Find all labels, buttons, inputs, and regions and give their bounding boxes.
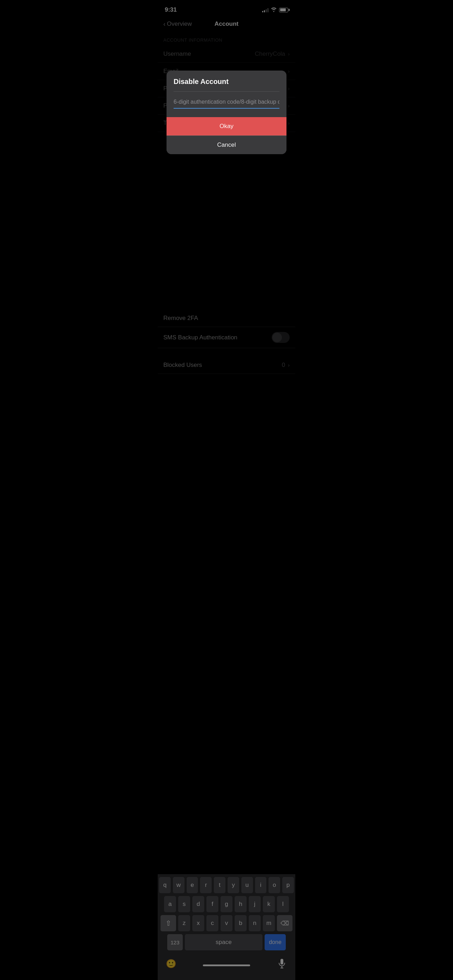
auth-code-input[interactable]	[173, 97, 280, 109]
modal-header: Disable Account	[167, 70, 286, 91]
modal-title: Disable Account	[173, 78, 229, 85]
okay-button[interactable]: Okay	[167, 117, 286, 135]
modal-input-area	[167, 92, 286, 114]
cancel-button[interactable]: Cancel	[167, 135, 286, 154]
disable-account-modal: Disable Account Okay Cancel	[167, 70, 286, 154]
modal-actions: Okay Cancel	[167, 114, 286, 154]
modal-overlay: Disable Account Okay Cancel	[158, 0, 295, 980]
